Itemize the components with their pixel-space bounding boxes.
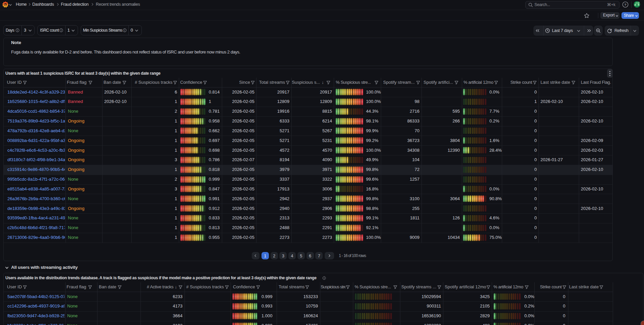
svg-text:?: ? (624, 3, 626, 6)
